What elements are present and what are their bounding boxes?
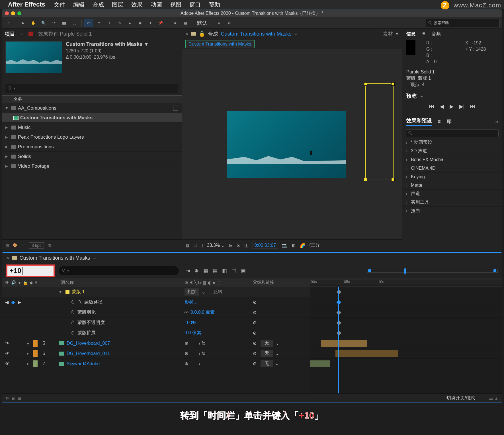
shy-icon[interactable]: ✱ (194, 268, 199, 274)
mask-handle-icon[interactable] (391, 82, 395, 86)
menu-effect[interactable]: 效果 (131, 1, 143, 9)
fx-keying[interactable]: ›Keying (402, 173, 502, 181)
brush-tool-icon[interactable]: ✎ (115, 19, 124, 27)
num-header[interactable]: # (35, 280, 37, 285)
mask-handle-icon[interactable] (391, 178, 395, 181)
layer-row-6[interactable]: 👁▸6 DG_Hoverboard_011 ⊕/ fx ⊘无⌄ (2, 348, 310, 359)
home-icon[interactable]: ⌂ (4, 19, 13, 27)
fx-utility[interactable]: ›实用工具 (402, 198, 502, 207)
time-navigator[interactable] (367, 269, 498, 273)
layer-search[interactable]: ▾ (59, 266, 179, 275)
folder-aa-compositions[interactable]: ▾AA_Compositions (2, 103, 182, 113)
comp-mini-flow-icon[interactable]: ⇥ (186, 268, 190, 274)
close-tab-icon[interactable]: × (185, 31, 189, 37)
tab-preview[interactable]: 预览 (406, 93, 417, 99)
mask-mode-dropdown[interactable]: 相加 (185, 288, 199, 296)
motion-blur-footer-icon[interactable]: ⊟ (18, 396, 21, 401)
expression-pick-icon[interactable]: ⊘ (253, 351, 257, 356)
selection-tool-icon[interactable]: ▶ (19, 19, 27, 27)
comp-item[interactable]: Custom Transitions with Masks (2, 113, 182, 123)
parent-dropdown[interactable]: 无 (261, 340, 273, 347)
color-mgmt-icon[interactable]: 🌈 (300, 243, 305, 248)
lock-icon[interactable]: 🔒 (199, 31, 205, 37)
grid-icon[interactable]: ⊞ (229, 243, 233, 248)
mask-feather-row[interactable]: ⏱蒙版羽化 ⚯0.0,0.0 像素 ⊘ (2, 307, 310, 318)
rectangle-tool-icon[interactable]: ▭ (85, 19, 93, 27)
last-frame-button[interactable]: ⏭ (470, 103, 475, 110)
timeline-menu-icon[interactable]: ≡ (93, 255, 96, 261)
stopwatch-icon[interactable]: ⏱ (71, 320, 75, 325)
interpret-icon[interactable]: ▧ (5, 243, 9, 247)
effects-overflow-icon[interactable]: » (495, 119, 498, 125)
comp-thumbnail[interactable] (5, 41, 62, 73)
star-icon[interactable]: ★ (171, 19, 179, 27)
mask-path-row[interactable]: ◀◆▶ ⏱〽蒙版路径 形状... ⊘ (2, 297, 310, 307)
link-icon[interactable]: ⚯ (185, 310, 188, 315)
folder-video-footage[interactable]: ▸Video Footage (2, 161, 182, 171)
settings-icon[interactable]: ⚙ (225, 19, 233, 27)
snapshot-icon[interactable]: 📷 (282, 243, 288, 248)
preset-dropdown[interactable]: (三分 (309, 242, 320, 248)
folder-solids[interactable]: ▸Solids (2, 152, 182, 161)
alpha-icon[interactable]: ▦ (185, 243, 190, 248)
next-kf-icon[interactable]: ▶ (18, 299, 21, 305)
stopwatch-icon[interactable]: ⏱ (71, 331, 75, 336)
mask-handle-icon[interactable] (364, 82, 367, 86)
parent-dropdown[interactable]: 无 (261, 350, 273, 357)
expression-pick-icon[interactable]: ⊘ (253, 330, 257, 336)
menu-view[interactable]: 视图 (170, 1, 181, 9)
guides-icon[interactable]: ⊡ (237, 243, 240, 248)
folder-music[interactable]: ▸Music (2, 123, 182, 132)
menu-window[interactable]: 窗口 (189, 1, 201, 9)
folder-logo-layers[interactable]: ▸Peak Productions Logo Layers (2, 132, 182, 142)
timeline-tab-name[interactable]: Custom Transitions with Masks (20, 255, 90, 261)
mask-expand-row[interactable]: ⏱蒙版扩展 0.0 像素 ⊘ (2, 328, 310, 338)
3d-icon[interactable]: ⬚ (231, 268, 236, 274)
tab-audio[interactable]: 音频 (432, 31, 441, 37)
preview-menu-icon[interactable]: ≡ (421, 94, 423, 99)
menu-composition[interactable]: 合成 (93, 1, 104, 9)
camera-tool-icon[interactable]: ▮▮ (60, 19, 68, 27)
timeline-tracks[interactable] (310, 287, 502, 393)
bpc-toggle[interactable]: 8 bpc (29, 242, 44, 249)
overflow-icon[interactable]: » (215, 19, 223, 27)
picker-icon[interactable] (173, 106, 178, 111)
prev-frame-button[interactable]: ◀ (440, 103, 444, 110)
composition-viewer[interactable] (182, 49, 402, 239)
toggle-switches-icon[interactable]: ⧉ (6, 396, 9, 401)
mask-expand-value[interactable]: 0.0 像素 (185, 330, 201, 336)
tab-library[interactable]: 库 (446, 118, 452, 125)
mask-row[interactable]: ▾蒙版 1 相加⌄反转 (2, 287, 310, 297)
fx-animation-presets[interactable]: ›* 动画预设 (402, 138, 502, 147)
hand-tool-icon[interactable]: ✋ (29, 19, 38, 27)
mask-path-value[interactable]: 形状... (185, 299, 197, 305)
rotobrush-tool-icon[interactable]: ✦ (146, 19, 155, 27)
expression-pick-icon[interactable]: ⊘ (253, 340, 257, 346)
exposure-icon[interactable]: ◐ (292, 243, 296, 248)
pen-tool-icon[interactable]: ✒ (95, 19, 103, 27)
tab-effect-controls[interactable]: 效果控件 Purple Solid 1 (38, 30, 92, 37)
current-time-input[interactable]: +10 (6, 264, 55, 277)
project-search[interactable]: ▾ (5, 84, 178, 93)
effects-search[interactable] (406, 129, 499, 137)
mask-feather-value[interactable]: 0.0,0.0 像素 (190, 309, 215, 315)
workspace-dropdown[interactable]: 默认 (191, 20, 213, 26)
roi-tool-icon[interactable]: ⛶ (70, 19, 79, 27)
eye-icon[interactable]: 👁 (5, 351, 11, 356)
graph-icon[interactable]: 〽 (77, 300, 82, 305)
fx-3d-channel[interactable]: ›3D 声道 (402, 147, 502, 155)
comp-breadcrumb[interactable]: Custom Transitions with Masks (185, 40, 255, 48)
tab-source[interactable]: 素材 (383, 30, 393, 37)
effects-menu-icon[interactable]: ≡ (438, 119, 441, 125)
text-tool-icon[interactable]: T (105, 19, 114, 27)
fx-boris[interactable]: ›Boris FX Mocha (402, 155, 502, 164)
resolution-icon[interactable]: ▯ (200, 243, 203, 248)
tab-effects-presets[interactable]: 效果和预设 (406, 117, 432, 126)
fx-channel[interactable]: ›声道 (402, 190, 502, 198)
parent-dropdown[interactable]: 无 (261, 360, 273, 367)
menu-file[interactable]: 文件 (54, 1, 65, 9)
layer-row-7[interactable]: 👁▸7 Skyward4Adobe ⊕/ ⊘无⌄ (2, 359, 310, 369)
menu-edit[interactable]: 编辑 (73, 1, 85, 9)
app-name[interactable]: After Effects (8, 1, 45, 8)
motion-blur-icon[interactable]: ▤ (213, 268, 218, 274)
